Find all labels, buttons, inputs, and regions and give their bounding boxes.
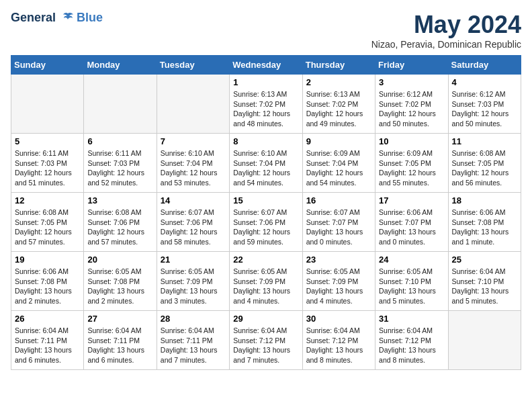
day-cell-2-6: 10Sunrise: 6:09 AMSunset: 7:05 PMDayligh… <box>375 134 448 193</box>
week-row-4: 19Sunrise: 6:06 AMSunset: 7:08 PMDayligh… <box>11 252 521 311</box>
day-number: 9 <box>306 136 371 146</box>
day-info: Sunrise: 6:12 AMSunset: 7:03 PMDaylight:… <box>452 89 517 129</box>
day-info: Sunrise: 6:11 AMSunset: 7:03 PMDaylight:… <box>87 148 152 188</box>
day-info: Sunrise: 6:10 AMSunset: 7:04 PMDaylight:… <box>233 148 298 188</box>
day-cell-5-6: 31Sunrise: 6:04 AMSunset: 7:12 PMDayligh… <box>375 311 448 370</box>
day-info: Sunrise: 6:05 AMSunset: 7:10 PMDaylight:… <box>379 267 444 306</box>
day-number: 17 <box>379 195 444 205</box>
col-thursday: Thursday <box>302 56 375 75</box>
day-cell-4-1: 19Sunrise: 6:06 AMSunset: 7:08 PMDayligh… <box>11 252 84 311</box>
day-info: Sunrise: 6:05 AMSunset: 7:09 PMDaylight:… <box>233 267 298 306</box>
day-cell-2-1: 5Sunrise: 6:11 AMSunset: 7:03 PMDaylight… <box>11 134 84 193</box>
calendar-table: Sunday Monday Tuesday Wednesday Thursday… <box>11 55 521 370</box>
day-number: 1 <box>233 77 298 87</box>
day-info: Sunrise: 6:07 AMSunset: 7:06 PMDaylight:… <box>233 208 298 247</box>
day-number: 20 <box>87 255 152 265</box>
day-cell-1-2 <box>84 75 157 134</box>
day-number: 7 <box>161 136 226 146</box>
day-cell-5-5: 30Sunrise: 6:04 AMSunset: 7:12 PMDayligh… <box>302 311 375 370</box>
day-info: Sunrise: 6:07 AMSunset: 7:07 PMDaylight:… <box>306 208 371 247</box>
day-number: 14 <box>161 195 226 205</box>
day-cell-1-5: 2Sunrise: 6:13 AMSunset: 7:02 PMDaylight… <box>302 75 375 134</box>
day-number: 31 <box>379 314 444 324</box>
day-cell-4-5: 23Sunrise: 6:05 AMSunset: 7:09 PMDayligh… <box>302 252 375 311</box>
col-saturday: Saturday <box>448 56 521 75</box>
day-cell-1-1 <box>11 75 84 134</box>
day-info: Sunrise: 6:13 AMSunset: 7:02 PMDaylight:… <box>306 89 371 129</box>
day-info: Sunrise: 6:06 AMSunset: 7:07 PMDaylight:… <box>379 208 444 247</box>
col-tuesday: Tuesday <box>157 56 229 75</box>
day-cell-5-7 <box>448 311 521 370</box>
day-info: Sunrise: 6:04 AMSunset: 7:12 PMDaylight:… <box>306 326 371 365</box>
logo: General Blue <box>11 11 103 26</box>
col-wednesday: Wednesday <box>230 56 302 75</box>
day-number: 27 <box>87 314 152 324</box>
day-cell-5-4: 29Sunrise: 6:04 AMSunset: 7:12 PMDayligh… <box>230 311 302 370</box>
day-cell-4-6: 24Sunrise: 6:05 AMSunset: 7:10 PMDayligh… <box>375 252 448 311</box>
day-cell-4-3: 21Sunrise: 6:05 AMSunset: 7:09 PMDayligh… <box>157 252 229 311</box>
day-cell-5-2: 27Sunrise: 6:04 AMSunset: 7:11 PMDayligh… <box>84 311 157 370</box>
day-cell-2-2: 6Sunrise: 6:11 AMSunset: 7:03 PMDaylight… <box>84 134 157 193</box>
day-info: Sunrise: 6:04 AMSunset: 7:11 PMDaylight:… <box>161 326 226 365</box>
day-info: Sunrise: 6:09 AMSunset: 7:05 PMDaylight:… <box>379 148 444 188</box>
day-cell-1-3 <box>157 75 229 134</box>
week-row-5: 26Sunrise: 6:04 AMSunset: 7:11 PMDayligh… <box>11 311 521 370</box>
day-cell-5-1: 26Sunrise: 6:04 AMSunset: 7:11 PMDayligh… <box>11 311 84 370</box>
day-number: 28 <box>161 314 226 324</box>
day-cell-1-7: 4Sunrise: 6:12 AMSunset: 7:03 PMDaylight… <box>448 75 521 134</box>
day-number: 13 <box>87 195 152 205</box>
day-number: 4 <box>452 77 517 87</box>
day-cell-1-6: 3Sunrise: 6:12 AMSunset: 7:02 PMDaylight… <box>375 75 448 134</box>
day-cell-1-4: 1Sunrise: 6:13 AMSunset: 7:02 PMDaylight… <box>230 75 302 134</box>
day-number: 6 <box>87 136 152 146</box>
day-info: Sunrise: 6:04 AMSunset: 7:12 PMDaylight:… <box>379 326 444 365</box>
day-info: Sunrise: 6:04 AMSunset: 7:11 PMDaylight:… <box>15 326 80 365</box>
day-number: 22 <box>233 255 298 265</box>
day-number: 18 <box>452 195 517 205</box>
day-number: 30 <box>306 314 371 324</box>
day-cell-3-5: 16Sunrise: 6:07 AMSunset: 7:07 PMDayligh… <box>302 193 375 252</box>
day-info: Sunrise: 6:05 AMSunset: 7:09 PMDaylight:… <box>161 267 226 306</box>
day-number: 25 <box>452 255 517 265</box>
day-info: Sunrise: 6:13 AMSunset: 7:02 PMDaylight:… <box>233 89 298 129</box>
day-number: 15 <box>233 195 298 205</box>
day-cell-4-4: 22Sunrise: 6:05 AMSunset: 7:09 PMDayligh… <box>230 252 302 311</box>
day-cell-3-7: 18Sunrise: 6:06 AMSunset: 7:08 PMDayligh… <box>448 193 521 252</box>
week-row-1: 1Sunrise: 6:13 AMSunset: 7:02 PMDaylight… <box>11 75 521 134</box>
day-number: 24 <box>379 255 444 265</box>
day-cell-5-3: 28Sunrise: 6:04 AMSunset: 7:11 PMDayligh… <box>157 311 229 370</box>
logo-blue: Blue <box>77 11 103 25</box>
day-info: Sunrise: 6:11 AMSunset: 7:03 PMDaylight:… <box>15 148 80 188</box>
day-info: Sunrise: 6:05 AMSunset: 7:08 PMDaylight:… <box>87 267 152 306</box>
col-monday: Monday <box>84 56 157 75</box>
month-year: May 2024 <box>371 11 521 39</box>
day-info: Sunrise: 6:08 AMSunset: 7:05 PMDaylight:… <box>15 208 80 247</box>
day-number: 5 <box>15 136 80 146</box>
week-row-3: 12Sunrise: 6:08 AMSunset: 7:05 PMDayligh… <box>11 193 521 252</box>
day-number: 3 <box>379 77 444 87</box>
day-number: 19 <box>15 255 80 265</box>
location: Nizao, Peravia, Dominican Republic <box>371 39 521 50</box>
logo-text: General <box>11 11 75 26</box>
day-info: Sunrise: 6:04 AMSunset: 7:10 PMDaylight:… <box>452 267 517 306</box>
day-number: 8 <box>233 136 298 146</box>
col-sunday: Sunday <box>11 56 84 75</box>
day-cell-2-7: 11Sunrise: 6:08 AMSunset: 7:05 PMDayligh… <box>448 134 521 193</box>
day-cell-2-5: 9Sunrise: 6:09 AMSunset: 7:04 PMDaylight… <box>302 134 375 193</box>
day-info: Sunrise: 6:04 AMSunset: 7:11 PMDaylight:… <box>87 326 152 365</box>
day-info: Sunrise: 6:06 AMSunset: 7:08 PMDaylight:… <box>452 208 517 247</box>
day-info: Sunrise: 6:12 AMSunset: 7:02 PMDaylight:… <box>379 89 444 129</box>
day-number: 10 <box>379 136 444 146</box>
day-info: Sunrise: 6:05 AMSunset: 7:09 PMDaylight:… <box>306 267 371 306</box>
day-number: 26 <box>15 314 80 324</box>
day-info: Sunrise: 6:09 AMSunset: 7:04 PMDaylight:… <box>306 148 371 188</box>
day-info: Sunrise: 6:04 AMSunset: 7:12 PMDaylight:… <box>233 326 298 365</box>
day-info: Sunrise: 6:07 AMSunset: 7:06 PMDaylight:… <box>161 208 226 247</box>
day-number: 21 <box>161 255 226 265</box>
day-cell-2-4: 8Sunrise: 6:10 AMSunset: 7:04 PMDaylight… <box>230 134 302 193</box>
day-cell-3-4: 15Sunrise: 6:07 AMSunset: 7:06 PMDayligh… <box>230 193 302 252</box>
day-info: Sunrise: 6:10 AMSunset: 7:04 PMDaylight:… <box>161 148 226 188</box>
day-cell-2-3: 7Sunrise: 6:10 AMSunset: 7:04 PMDaylight… <box>157 134 229 193</box>
day-number: 16 <box>306 195 371 205</box>
day-cell-4-2: 20Sunrise: 6:05 AMSunset: 7:08 PMDayligh… <box>84 252 157 311</box>
